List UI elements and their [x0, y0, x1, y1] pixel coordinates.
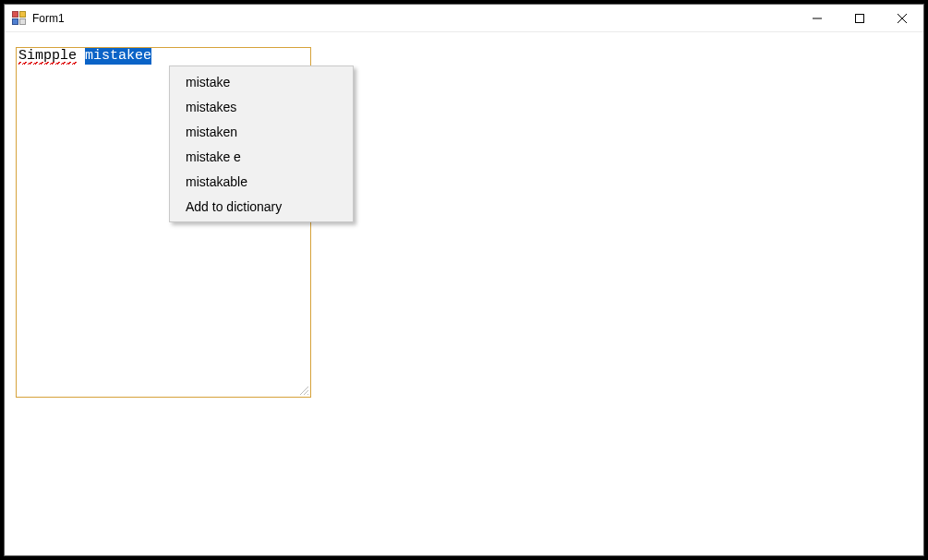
- app-icon: [12, 11, 27, 26]
- add-to-dictionary-item[interactable]: Add to dictionary: [171, 194, 352, 219]
- minimize-icon: [813, 14, 822, 23]
- close-button[interactable]: [881, 5, 923, 32]
- suggestion-item[interactable]: mistake e: [171, 144, 352, 169]
- svg-line-4: [300, 387, 308, 395]
- space: [77, 48, 85, 64]
- suggestion-item[interactable]: mistake: [171, 69, 352, 94]
- minimize-button[interactable]: [796, 5, 838, 32]
- menu-label: mistakes: [186, 100, 236, 114]
- titlebar[interactable]: Form1: [5, 5, 923, 32]
- menu-label: mistaken: [186, 125, 237, 139]
- misspelled-word-2-selected[interactable]: mistakee: [85, 48, 151, 65]
- text-line: Simpple mistakee: [18, 48, 151, 65]
- misspelled-word-1[interactable]: Simpple: [18, 48, 77, 65]
- app-frame: Form1 Simpple mistakee: [4, 4, 924, 556]
- svg-rect-1: [856, 14, 864, 22]
- suggestion-item[interactable]: mistaken: [171, 119, 352, 144]
- close-icon: [898, 14, 907, 23]
- maximize-button[interactable]: [838, 5, 881, 32]
- menu-label: Add to dictionary: [186, 199, 282, 214]
- maximize-icon: [855, 14, 864, 23]
- window: Form1 Simpple mistakee: [4, 4, 924, 556]
- window-title: Form1: [32, 12, 65, 25]
- resize-grip-icon[interactable]: [298, 385, 309, 396]
- spellcheck-context-menu: mistake mistakes mistaken mistake e mist…: [169, 66, 354, 222]
- client-area: Simpple mistakee mistake mistakes mistak…: [5, 32, 923, 555]
- suggestion-item[interactable]: mistakes: [171, 94, 352, 119]
- suggestion-item[interactable]: mistakable: [171, 169, 352, 194]
- svg-line-6: [307, 394, 308, 395]
- menu-label: mistake e: [186, 149, 241, 164]
- menu-label: mistake: [186, 75, 230, 89]
- menu-label: mistakable: [186, 174, 247, 189]
